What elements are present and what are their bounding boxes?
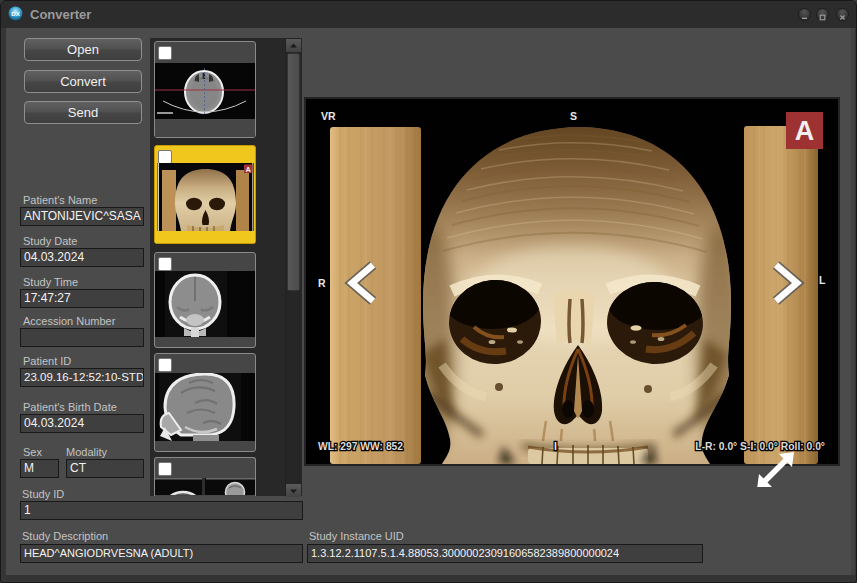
svg-text:WL: 297 WW: 852: WL: 297 WW: 852 [318, 441, 403, 452]
svg-text:A: A [795, 116, 815, 146]
svg-text:I: I [554, 440, 557, 452]
svg-text:S: S [570, 110, 577, 122]
svg-text:DX: DX [11, 10, 20, 17]
svg-text:L: L [819, 274, 826, 286]
svg-text:A: A [245, 165, 251, 174]
svg-text:R: R [318, 277, 326, 289]
svg-text:VR: VR [321, 110, 336, 122]
